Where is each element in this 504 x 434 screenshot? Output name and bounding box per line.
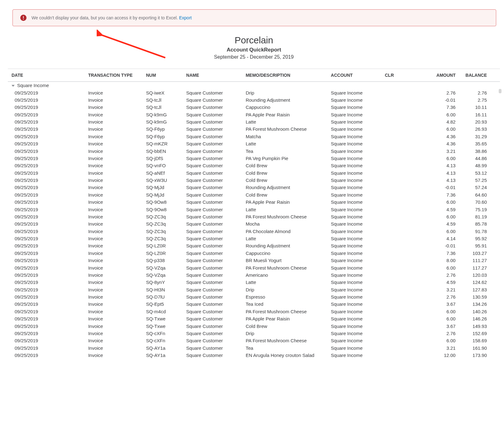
cell-date: 09/25/2019	[8, 162, 88, 169]
col-memo-header[interactable]: MEMO/DESCRIPTION	[246, 69, 331, 82]
cell-memo: Latte	[246, 140, 331, 147]
table-row[interactable]: 09/25/2019InvoiceSQ-TxweSquare CustomerP…	[8, 315, 500, 322]
table-header: DATE TRANSACTION TYPE NUM NAME MEMO/DESC…	[8, 69, 500, 82]
table-row[interactable]: 09/25/2019InvoiceSQ-F6ypSquare CustomerP…	[8, 125, 500, 133]
cell-clr	[385, 140, 409, 147]
cell-name: Square Customer	[186, 315, 246, 322]
table-row[interactable]: 09/25/2019InvoiceSQ-LZ0RSquare CustomerC…	[8, 250, 500, 257]
table-row[interactable]: 09/25/2019InvoiceSQ-aNEfSquare CustomerC…	[8, 169, 500, 177]
cell-num: SQ-F6yp	[146, 125, 186, 133]
table-row[interactable]: 09/25/2019InvoiceSQ-cXFnSquare CustomerD…	[8, 330, 500, 337]
cell-memo: Mocha	[246, 220, 331, 227]
table-row[interactable]: 09/25/2019InvoiceSQ-LZ0RSquare CustomerR…	[8, 242, 500, 249]
table-row[interactable]: 09/25/2019InvoiceSQ-p338Square CustomerB…	[8, 257, 500, 264]
cell-balance: 95.92	[456, 235, 500, 242]
table-row[interactable]: 09/25/2019InvoiceSQ-mKZRSquare CustomerL…	[8, 140, 500, 147]
table-row[interactable]: 09/25/2019InvoiceSQ-VZqaSquare CustomerP…	[8, 264, 500, 271]
table-row[interactable]: 09/25/2019InvoiceSQ-TxweSquare CustomerC…	[8, 322, 500, 329]
cell-account: Square Income	[331, 104, 385, 111]
table-row[interactable]: 09/25/2019InvoiceSQ-ZC3qSquare CustomerP…	[8, 228, 500, 235]
group-label: Square Income	[17, 83, 49, 88]
cell-type: Invoice	[88, 169, 146, 177]
col-date-header[interactable]: DATE	[8, 69, 88, 82]
cell-memo: PA Apple Pear Raisin	[246, 315, 331, 322]
cell-type: Invoice	[88, 162, 146, 169]
table-row[interactable]: 09/25/2019InvoiceSQ-ZC3qSquare CustomerP…	[8, 213, 500, 220]
table-row[interactable]: 09/25/2019InvoiceSQ-ZC3qSquare CustomerM…	[8, 220, 500, 227]
cell-num: SQ-Ept5	[146, 300, 186, 308]
table-row[interactable]: 09/25/2019InvoiceSQ-8ynYSquare CustomerL…	[8, 279, 500, 286]
cell-balance: 146.26	[456, 315, 500, 322]
cell-balance: 31.29	[456, 133, 500, 140]
cell-date: 09/25/2019	[8, 155, 88, 162]
scrollbar-thumb[interactable]	[499, 89, 502, 93]
col-clr-header[interactable]: CLR	[385, 69, 409, 82]
table-row[interactable]: 09/25/2019InvoiceSQ-D7lUSquare CustomerE…	[8, 293, 500, 300]
table-row[interactable]: 09/25/2019InvoiceSQ-cXFnSquare CustomerP…	[8, 337, 500, 344]
table-row[interactable]: 09/25/2019InvoiceSQ-m4cdSquare CustomerP…	[8, 308, 500, 315]
col-account-header[interactable]: ACCOUNT	[331, 69, 385, 82]
cell-memo: PA Apple Pear Raisin	[246, 198, 331, 206]
cell-num: SQ-mKZR	[146, 140, 186, 147]
cell-name: Square Customer	[186, 337, 246, 344]
col-num-header[interactable]: NUM	[146, 69, 186, 82]
table-row[interactable]: 09/25/2019InvoiceSQ-tcJlSquare CustomerC…	[8, 104, 500, 111]
table-row[interactable]: 09/25/2019InvoiceSQ-k9mGSquare CustomerP…	[8, 111, 500, 118]
cell-amount: 2.76	[409, 89, 455, 96]
col-balance-header[interactable]: BALANCE	[456, 69, 500, 82]
table-row[interactable]: 09/25/2019InvoiceSQ-9Ow8Square CustomerP…	[8, 198, 500, 206]
export-link[interactable]: Export	[179, 15, 191, 20]
cell-num: SQ-8ynY	[146, 279, 186, 286]
table-row[interactable]: 09/25/2019InvoiceSQ-MjJdSquare CustomerR…	[8, 184, 500, 191]
table-row[interactable]: 09/25/2019InvoiceSQ-bbENSquare CustomerT…	[8, 147, 500, 154]
table-row[interactable]: 09/25/2019InvoiceSQ-xW3USquare CustomerC…	[8, 177, 500, 184]
table-row[interactable]: 09/25/2019InvoiceSQ-F6ypSquare CustomerM…	[8, 133, 500, 140]
table-row[interactable]: 09/25/2019InvoiceSQ-ZC3qSquare CustomerL…	[8, 235, 500, 242]
cell-num: SQ-cXFn	[146, 337, 186, 344]
cell-date: 09/25/2019	[8, 169, 88, 177]
col-type-header[interactable]: TRANSACTION TYPE	[88, 69, 146, 82]
cell-name: Square Customer	[186, 96, 246, 104]
cell-account: Square Income	[331, 242, 385, 249]
cell-amount: 6.00	[409, 228, 455, 235]
cell-type: Invoice	[88, 308, 146, 315]
cell-balance: 95.91	[456, 242, 500, 249]
cell-memo: PA Chocolate Almond	[246, 228, 331, 235]
table-row[interactable]: 09/25/2019InvoiceSQ-vnFOSquare CustomerC…	[8, 162, 500, 169]
cell-memo: Rounding Adjustment	[246, 242, 331, 249]
cell-num: SQ-jDfS	[146, 155, 186, 162]
cell-num: SQ-LZ0R	[146, 242, 186, 249]
cell-date: 09/25/2019	[8, 337, 88, 344]
cell-account: Square Income	[331, 286, 385, 293]
col-name-header[interactable]: NAME	[186, 69, 246, 82]
cell-amount: 4.13	[409, 169, 455, 177]
table-row[interactable]: 09/25/2019InvoiceSQ-AY1aSquare CustomerT…	[8, 344, 500, 352]
table-row[interactable]: 09/25/2019InvoiceSQ-iweXSquare CustomerD…	[8, 89, 500, 96]
table-row[interactable]: 09/25/2019InvoiceSQ-VZqaSquare CustomerA…	[8, 271, 500, 279]
cell-date: 09/25/2019	[8, 250, 88, 257]
cell-memo: Tea Iced	[246, 300, 331, 308]
cell-num: SQ-Txwe	[146, 315, 186, 322]
cell-balance: 127.83	[456, 286, 500, 293]
cell-memo: EN Arugula Honey crouton Salad	[246, 352, 331, 359]
cell-amount: 6.00	[409, 155, 455, 162]
table-row[interactable]: 09/25/2019InvoiceSQ-Ht3NSquare CustomerD…	[8, 286, 500, 293]
table-row[interactable]: 09/25/2019InvoiceSQ-AY1aSquare CustomerE…	[8, 352, 500, 359]
group-row[interactable]: Square Income	[8, 82, 500, 89]
table-row[interactable]: 09/25/2019InvoiceSQ-tcJlSquare CustomerR…	[8, 96, 500, 104]
cell-balance: 140.26	[456, 308, 500, 315]
cell-memo: Cold Brew	[246, 177, 331, 184]
cell-clr	[385, 330, 409, 337]
table-row[interactable]: 09/25/2019InvoiceSQ-9Ow8Square CustomerL…	[8, 206, 500, 213]
cell-name: Square Customer	[186, 155, 246, 162]
cell-memo: BR Muesli Yogurt	[246, 257, 331, 264]
cell-memo: PA Forest Mushroom Cheese	[246, 213, 331, 220]
table-row[interactable]: 09/25/2019InvoiceSQ-k9mGSquare CustomerL…	[8, 118, 500, 125]
col-amount-header[interactable]: AMOUNT	[409, 69, 455, 82]
chevron-down-icon[interactable]	[12, 85, 15, 87]
table-row[interactable]: 09/25/2019InvoiceSQ-jDfSSquare CustomerP…	[8, 155, 500, 162]
table-row[interactable]: 09/25/2019InvoiceSQ-Ept5Square CustomerT…	[8, 300, 500, 308]
cell-account: Square Income	[331, 315, 385, 322]
table-row[interactable]: 09/25/2019InvoiceSQ-MjJdSquare CustomerC…	[8, 191, 500, 198]
cell-clr	[385, 315, 409, 322]
